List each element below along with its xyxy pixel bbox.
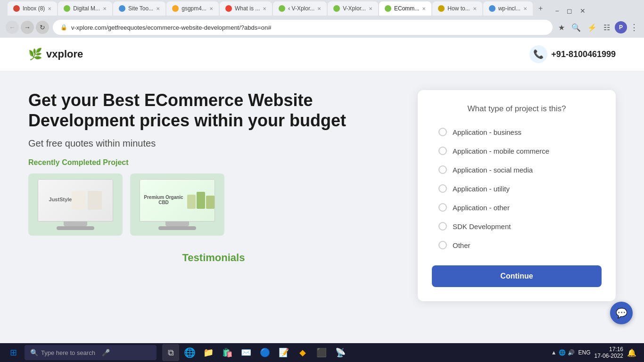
radio-circle-7	[438, 241, 447, 249]
vscode-button[interactable]: 📝	[275, 344, 292, 361]
phone-icon: 📞	[529, 45, 547, 63]
radio-option-3[interactable]: Application - social media	[432, 161, 602, 179]
mail-button[interactable]: ✉️	[238, 344, 255, 361]
browser-tab-tab7[interactable]: V-Xplor... ✕	[328, 1, 378, 16]
tab-bar: Inbox (8) ✕ Digital M... ✕ Site Too... ✕…	[4, 1, 592, 16]
radio-circle-4	[438, 184, 447, 193]
browser-tab-tab1[interactable]: Inbox (8) ✕	[8, 1, 57, 16]
filezilla-icon: 📡	[335, 347, 346, 358]
extensions-icon[interactable]: ⚡	[586, 21, 599, 34]
sound-icon: 🔊	[568, 349, 575, 356]
browser-tab-tab4[interactable]: gsgpm4... ✕	[166, 1, 219, 16]
project-images: JustStyle	[28, 173, 399, 236]
explorer-button[interactable]: 📁	[200, 344, 217, 361]
minimize-icon[interactable]: −	[552, 6, 561, 16]
more-options-icon[interactable]: ⋮	[630, 22, 638, 33]
tab-close-tab5[interactable]: ✕	[263, 6, 266, 11]
clock: 17:16 17-06-2022	[594, 346, 623, 359]
radio-option-4[interactable]: Application - utility	[432, 180, 602, 197]
browser-tab-tab2[interactable]: Digital M... ✕	[58, 1, 112, 16]
tab-close-tab7[interactable]: ✕	[369, 6, 372, 11]
edge-button[interactable]: 🌐	[181, 344, 198, 361]
fashion-screen: JustStyle	[38, 179, 113, 222]
address-bar: ← → ↻ 🔒 v-xplore.com/getfreequotes/ecomm…	[0, 17, 644, 38]
taskbar-search[interactable]: 🔍 Type here to search 🎤	[25, 345, 157, 360]
vscode-icon: 📝	[279, 347, 289, 358]
tab-close-tab3[interactable]: ✕	[156, 6, 160, 11]
browser-tab-tab9[interactable]: How to... ✕	[432, 1, 482, 16]
main-heading: Get your Best ECommerce Website Developm…	[28, 90, 399, 131]
radio-option-7[interactable]: Other	[432, 236, 602, 254]
tab-label-tab6: ‹ V-Xplor...	[288, 5, 314, 12]
browser-tab-tab5[interactable]: What is ... ✕	[220, 1, 272, 16]
recently-label: Recently Completed Project	[28, 158, 399, 167]
website-content: 🌿 vxplore 📞 +91-8100461999 Get your Best…	[0, 38, 644, 343]
tab-label-tab3: Site Too...	[128, 5, 153, 12]
tab-close-tab8[interactable]: ✕	[422, 6, 426, 11]
radio-circle-2	[438, 147, 447, 155]
testimonials-label: Testimonials	[28, 252, 399, 264]
url-bar[interactable]: 🔒 v-xplore.com/getfreequotes/ecommerce-w…	[53, 20, 553, 35]
sketch-button[interactable]: ◆	[294, 344, 311, 361]
tab-favicon-tab7	[333, 5, 340, 12]
language-indicator: ENG	[578, 349, 591, 356]
radio-option-2[interactable]: Application - mobile commerce	[432, 142, 602, 160]
tab-label-tab4: gsgpm4...	[182, 5, 206, 12]
notification-icon[interactable]: 🔔	[627, 348, 636, 357]
browser-tab-tab3[interactable]: Site Too... ✕	[113, 1, 165, 16]
search-icon: 🔍	[30, 349, 38, 356]
tab-close-tab6[interactable]: ✕	[317, 6, 321, 11]
tab-label-tab7: V-Xplor...	[343, 5, 366, 12]
tab-label-tab1: Inbox (8)	[23, 5, 45, 12]
tab-favicon-tab6	[279, 5, 285, 12]
close-icon[interactable]: ✕	[577, 6, 588, 16]
store-button[interactable]: 🛍️	[219, 344, 236, 361]
tab-favicon-tab2	[64, 5, 70, 12]
taskbar: ⊞ 🔍 Type here to search 🎤 ⧉ 🌐 📁 🛍️ ✉️ 🔵 …	[0, 343, 644, 362]
forward-button[interactable]: →	[21, 21, 34, 34]
tab-close-tab4[interactable]: ✕	[209, 6, 213, 11]
tab-label-tab9: How to...	[447, 5, 470, 12]
tab-favicon-tab9	[438, 5, 445, 12]
radio-option-5[interactable]: Application - other	[432, 198, 602, 216]
profile-button[interactable]: P	[615, 21, 627, 33]
restore-icon[interactable]: ◻	[564, 6, 575, 16]
sidebar-icon[interactable]: ☷	[602, 21, 612, 34]
back-button[interactable]: ←	[6, 21, 19, 34]
chat-bubble-button[interactable]: 💬	[610, 302, 633, 324]
radio-label-7: Other	[453, 241, 471, 249]
radio-option-1[interactable]: Application - business	[432, 123, 602, 141]
lens-icon[interactable]: 🔍	[570, 21, 583, 34]
chevron-icon[interactable]: ▲	[551, 349, 557, 356]
app8-button[interactable]: ⬛	[313, 344, 330, 361]
lock-icon: 🔒	[60, 24, 67, 31]
refresh-button[interactable]: ↻	[36, 21, 49, 34]
browser-tab-tab8[interactable]: EComm... ✕	[379, 1, 431, 16]
browser-tab-tab10[interactable]: wp-incl... ✕	[483, 1, 533, 16]
tab-close-tab1[interactable]: ✕	[48, 6, 51, 11]
new-tab-button[interactable]: +	[534, 1, 547, 16]
chrome-button[interactable]: 🔵	[256, 344, 273, 361]
radio-label-3: Application - social media	[453, 166, 533, 174]
logo: 🌿 vxplore	[28, 48, 83, 61]
radio-option-6[interactable]: SDK Development	[432, 217, 602, 235]
filezilla-button[interactable]: 📡	[332, 344, 349, 361]
tab-close-tab10[interactable]: ✕	[523, 6, 527, 11]
continue-button[interactable]: Continue	[432, 265, 602, 287]
taskview-button[interactable]: ⧉	[162, 344, 179, 361]
project-card-cbd: Premium Organic CBD	[130, 173, 224, 236]
tab-favicon-tab3	[119, 5, 125, 12]
tab-close-tab2[interactable]: ✕	[103, 6, 107, 11]
url-text: v-xplore.com/getfreequotes/ecommerce-web…	[71, 24, 545, 31]
folder-icon: 📁	[203, 347, 214, 358]
tab-label-tab2: Digital M...	[73, 5, 100, 12]
start-button[interactable]: ⊞	[4, 345, 23, 360]
radio-circle-5	[438, 203, 447, 212]
browser-tab-tab6[interactable]: ‹ V-Xplor... ✕	[273, 1, 327, 16]
phone-symbol: 📞	[533, 49, 544, 59]
bookmark-star-icon[interactable]: ★	[556, 21, 567, 34]
sketch-icon: ◆	[299, 347, 306, 358]
radio-label-5: Application - other	[453, 204, 510, 212]
tab-close-tab9[interactable]: ✕	[473, 6, 477, 11]
tab-label-tab10: wp-incl...	[498, 5, 520, 12]
